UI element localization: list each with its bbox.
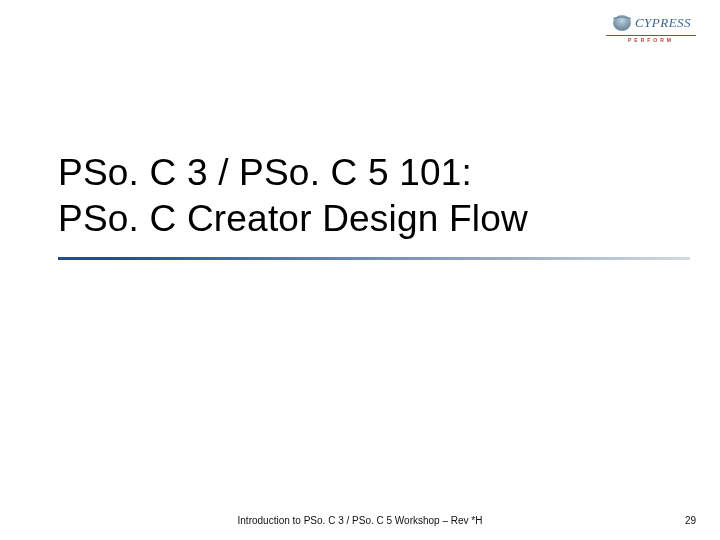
title-line-2: PSo. C Creator Design Flow xyxy=(58,198,528,239)
logo-main: CYPRESS xyxy=(606,12,696,34)
logo-divider xyxy=(606,35,696,36)
slide-title: PSo. C 3 / PSo. C 5 101: PSo. C Creator … xyxy=(58,150,690,243)
logo-brand-text: CYPRESS xyxy=(635,15,691,31)
brand-logo: CYPRESS PERFORM xyxy=(606,12,696,43)
globe-icon xyxy=(611,12,633,34)
page-number: 29 xyxy=(685,515,696,526)
footer-text: Introduction to PSo. C 3 / PSo. C 5 Work… xyxy=(0,515,720,526)
title-line-1: PSo. C 3 / PSo. C 5 101: xyxy=(58,152,472,193)
logo-tagline: PERFORM xyxy=(606,37,696,43)
title-block: PSo. C 3 / PSo. C 5 101: PSo. C Creator … xyxy=(58,150,690,260)
title-underline xyxy=(58,257,690,260)
slide: CYPRESS PERFORM PSo. C 3 / PSo. C 5 101:… xyxy=(0,0,720,540)
